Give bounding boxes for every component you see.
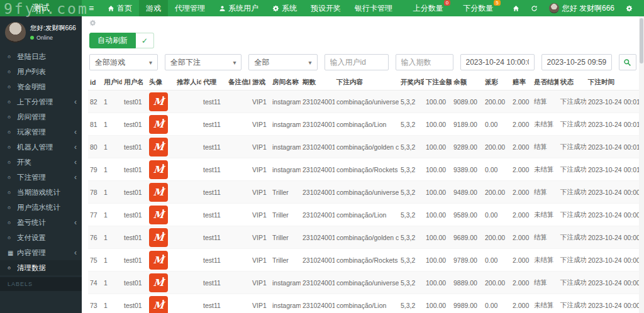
cell-avatar: M — [147, 181, 175, 204]
bet-type-select[interactable]: 全部下注▾ — [165, 54, 242, 70]
brand-logo[interactable]: 测试 — [0, 0, 82, 16]
column-header-8: 房间名称 — [270, 75, 301, 91]
sidebar-item-lottery-draw[interactable]: ○开奖‹ — [0, 155, 82, 170]
user-menu[interactable]: 您好 发财啊666 — [544, 3, 619, 14]
sidebar-item-funds-detail[interactable]: ○资金明细 — [0, 79, 82, 94]
circle-icon: ○ — [8, 114, 17, 120]
cell-avatar: M — [147, 272, 175, 294]
vertical-scrollbar[interactable] — [639, 16, 644, 313]
cell-room: Triller — [270, 226, 301, 249]
cell-user_id: 1 — [102, 226, 122, 249]
up-score-link[interactable]: 上分数量0 — [408, 3, 456, 14]
user-avatar-logo: M — [149, 115, 168, 134]
cell-referrer_id — [175, 136, 201, 158]
column-header-17: 状态 — [558, 75, 586, 91]
nav-item-preset-draw[interactable]: 预设开奖 — [304, 0, 348, 16]
cell-referrer_id — [175, 294, 201, 313]
sidebar-item-bet-manage[interactable]: ○下注管理‹ — [0, 170, 82, 185]
cell-bet_content: combinação/Lion — [335, 294, 399, 313]
sidebar-item-user-flow-stats[interactable]: ○用户流水统计 — [0, 200, 82, 215]
cell-avatar: M — [147, 249, 175, 272]
cell-agent: test11 — [201, 204, 226, 226]
settings-icon[interactable] — [89, 20, 96, 28]
nav-item-home[interactable]: 首页 — [101, 0, 139, 16]
column-header-12: 下注金额 — [424, 75, 452, 91]
home-icon — [108, 5, 114, 12]
cell-user_id: 1 — [102, 181, 122, 204]
cell-game: VIP1 — [250, 181, 270, 204]
user-avatar-logo: M — [149, 228, 168, 247]
chevron-down-icon: ▾ — [233, 59, 236, 66]
cell-game: VIP1 — [250, 91, 270, 113]
user-avatar — [5, 22, 26, 43]
cell-payout: 200.00 — [483, 272, 511, 294]
sidebar-item-updown-manage[interactable]: ○上下分管理‹ — [0, 94, 82, 109]
cell-balance: 9289.00 — [452, 136, 483, 158]
sidebar-item-player-manage[interactable]: ○玩家管理‹ — [0, 124, 82, 140]
column-header-2: 用户名 — [122, 75, 147, 91]
start-date-input[interactable] — [460, 54, 535, 70]
table-row: 801test01Mtest11VIP1instagram231024001co… — [88, 136, 644, 158]
online-dot-icon — [30, 36, 34, 40]
sidebar-item-clean-data[interactable]: ○清理数据 — [0, 260, 82, 275]
sidebar-item-login-log[interactable]: ○登陆日志 — [0, 49, 82, 64]
home-icon[interactable] — [508, 5, 525, 12]
nav-item-system[interactable]: 系统 — [265, 0, 304, 16]
down-score-link[interactable]: 下分数量5 — [457, 3, 506, 14]
nav-item-bank-card-manage[interactable]: 银行卡管理 — [348, 0, 399, 16]
cell-user_id: 1 — [102, 204, 122, 226]
cell-user_id: 1 — [102, 91, 122, 113]
user-status: Online — [30, 35, 76, 41]
sidebar-item-user-list[interactable]: ○用户列表 — [0, 64, 82, 79]
cell-bet_amount: 100.00 — [424, 226, 452, 249]
search-button[interactable] — [619, 54, 636, 70]
all-select[interactable]: 全部▾ — [248, 54, 317, 70]
end-date-input[interactable] — [541, 54, 612, 70]
nav-item-system-user[interactable]: 系统用户 — [212, 0, 265, 16]
chevron-left-icon: ‹ — [74, 143, 77, 151]
refresh-icon[interactable] — [526, 5, 543, 12]
issue-input[interactable] — [396, 54, 453, 70]
cell-settle: 未结算 — [532, 249, 558, 272]
sidebar-item-profit-stats[interactable]: ○盈亏统计‹ — [0, 215, 82, 230]
nav-item-game[interactable]: 游戏 — [139, 0, 168, 16]
cell-draw_content: 5,3,2 — [399, 226, 424, 249]
cell-id: 77 — [88, 204, 102, 226]
sidebar-item-payment-settings[interactable]: ○支付设置 — [0, 230, 82, 245]
cell-room: instagram — [270, 294, 301, 313]
cell-game: VIP1 — [250, 158, 270, 181]
auto-refresh-check-toggle[interactable]: ✓ — [136, 33, 154, 48]
cell-username: test01 — [122, 204, 147, 226]
cell-balance: 9189.00 — [452, 113, 483, 136]
cell-bet_content: combinação/Rockets — [335, 158, 399, 181]
cell-draw_content: 5,3,2 — [399, 113, 424, 136]
cell-username: test01 — [122, 294, 147, 313]
cell-avatar: M — [147, 294, 175, 313]
sidebar-item-room-manage[interactable]: ○房间管理 — [0, 109, 82, 124]
auto-refresh-button[interactable]: 自动刷新 — [89, 33, 136, 48]
table-row: 791test01Mtest11VIP1instagram231024001co… — [88, 158, 644, 181]
cell-draw_content: 5,3,2 — [399, 91, 424, 113]
sidebar-item-current-game-stats[interactable]: ○当期游戏统计 — [0, 185, 82, 200]
column-header-4: 推荐人id — [175, 75, 201, 91]
sidebar-item-content-manage[interactable]: ▦内容管理‹ — [0, 245, 82, 260]
chevron-left-icon: ‹ — [74, 219, 77, 226]
sidebar-item-robot-manage[interactable]: ○机器人管理‹ — [0, 140, 82, 155]
game-select[interactable]: 全部游戏▾ — [89, 54, 158, 70]
scrollbar-thumb[interactable] — [640, 18, 643, 63]
nav-item-agent-manage[interactable]: 代理管理 — [168, 0, 212, 16]
user-avatar-logo: M — [149, 160, 168, 179]
chevron-down-icon: ▾ — [149, 59, 152, 66]
cell-bet_time: 2023-10-24 00:00:27 — [586, 272, 644, 294]
cell-agent: test11 — [201, 226, 226, 249]
user-avatar-logo: M — [149, 138, 168, 156]
cogs-icon[interactable] — [621, 5, 638, 12]
user-name: 您好:发财啊666 — [30, 24, 76, 33]
cell-issue: 231024001 — [301, 113, 335, 136]
circle-icon: ○ — [8, 144, 17, 150]
circle-icon: ○ — [8, 84, 17, 90]
circle-icon: ○ — [8, 174, 17, 180]
user-id-input[interactable] — [325, 54, 389, 70]
sidebar-toggle-icon[interactable]: ≡ — [82, 0, 101, 16]
cell-bet_content: combinação/universe — [335, 272, 399, 294]
